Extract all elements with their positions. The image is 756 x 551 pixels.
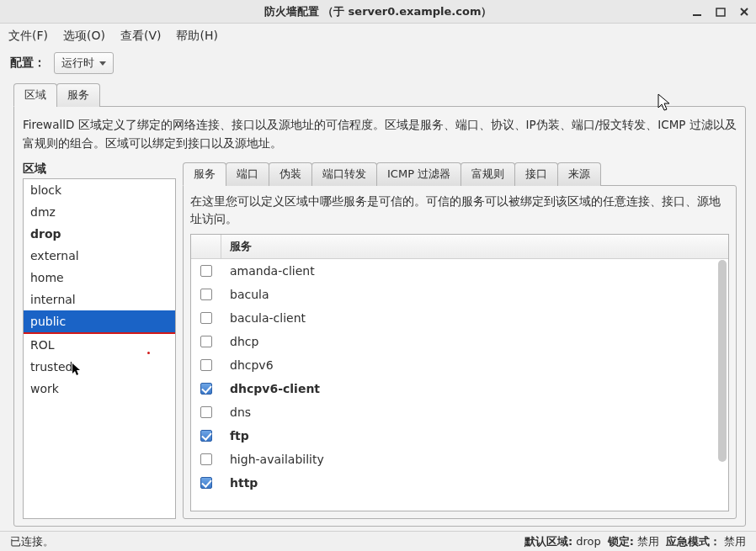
subtab-port-forward[interactable]: 端口转发 <box>311 162 377 186</box>
service-name: high-availability <box>221 453 728 466</box>
zone-item-trusted[interactable]: trusted <box>24 356 175 378</box>
service-name: amanda-client <box>221 264 728 278</box>
service-row-http[interactable]: http <box>191 471 728 495</box>
zone-list-label: 区域 <box>23 162 176 177</box>
service-row-dhcpv6[interactable]: dhcpv6 <box>191 353 728 377</box>
service-name: bacula <box>221 288 728 301</box>
menu-options[interactable]: 选项(O) <box>63 29 105 44</box>
zone-detail-column: 服务 端口 伪装 端口转发 ICMP 过滤器 富规则 接口 来源 在这里您可以定… <box>183 162 737 519</box>
service-row-dns[interactable]: dns <box>191 400 728 424</box>
subtab-masquerade[interactable]: 伪装 <box>269 162 312 186</box>
zone-item-dmz[interactable]: dmz <box>24 201 175 223</box>
zone-item-rol[interactable]: ROL <box>24 334 175 356</box>
service-name: bacula-client <box>221 311 728 325</box>
service-checkbox-dns[interactable] <box>200 406 212 418</box>
configuration-value: 运行时 <box>61 56 94 71</box>
service-checkbox-http[interactable] <box>200 477 212 489</box>
zone-item-home[interactable]: home <box>24 267 175 289</box>
menubar: 文件(F) 选项(O) 查看(V) 帮助(H) <box>0 24 756 49</box>
zone-item-drop[interactable]: drop <box>24 223 175 245</box>
zone-subtabs-bar: 服务 端口 伪装 端口转发 ICMP 过滤器 富规则 接口 来源 <box>183 162 737 185</box>
service-name: http <box>221 476 728 490</box>
zone-list[interactable]: blockdmzdropexternalhomeinternalpublicRO… <box>23 178 176 519</box>
zone-panel: FirewallD 区域定义了绑定的网络连接、接口以及源地址的可信程度。区域是服… <box>13 106 746 527</box>
zone-item-block[interactable]: block <box>24 179 175 201</box>
services-table-header: 服务 <box>191 235 728 259</box>
service-row-bacula-client[interactable]: bacula-client <box>191 306 728 330</box>
status-lockdown: 禁用 <box>637 534 659 549</box>
menu-view[interactable]: 查看(V) <box>120 29 162 44</box>
zone-description: FirewallD 区域定义了绑定的网络连接、接口以及源地址的可信程度。区域是服… <box>23 115 737 153</box>
services-name-column-header: 服务 <box>221 235 728 258</box>
subtab-icmp-filter[interactable]: ICMP 过滤器 <box>376 162 461 186</box>
subtab-ports[interactable]: 端口 <box>226 162 269 186</box>
service-row-dhcp[interactable]: dhcp <box>191 330 728 353</box>
subtab-interfaces[interactable]: 接口 <box>514 162 558 186</box>
service-name: dns <box>221 405 728 419</box>
services-check-column-header <box>191 235 221 258</box>
annotation-dot <box>147 352 150 354</box>
status-default-zone-label: 默认区域: <box>524 534 572 549</box>
status-panic-label: 应急模式： <box>666 534 721 549</box>
service-row-dhcpv6-client[interactable]: dhcpv6-client <box>191 377 728 400</box>
configuration-dropdown[interactable]: 运行时 <box>54 52 114 74</box>
zone-list-column: 区域 blockdmzdropexternalhomeinternalpubli… <box>23 162 176 519</box>
window-title: 防火墙配置 （于 server0.example.com） <box>0 4 756 19</box>
zone-item-public[interactable]: public <box>24 310 175 334</box>
service-checkbox-high-availability[interactable] <box>200 453 212 465</box>
window-titlebar: 防火墙配置 （于 server0.example.com） <box>0 0 756 24</box>
svg-rect-1 <box>716 8 725 16</box>
tab-service[interactable]: 服务 <box>56 83 100 107</box>
zone-columns: 区域 blockdmzdropexternalhomeinternalpubli… <box>23 162 737 519</box>
services-panel: 在这里您可以定义区域中哪些服务是可信的。可信的服务可以被绑定到该区域的任意连接、… <box>183 185 737 519</box>
service-name: dhcp <box>221 335 728 348</box>
subtab-rich-rules[interactable]: 富规则 <box>461 162 515 186</box>
main-tabview: 区域 服务 FirewallD 区域定义了绑定的网络连接、接口以及源地址的可信程… <box>13 82 746 527</box>
text-cursor-icon <box>71 362 81 379</box>
menu-file[interactable]: 文件(F) <box>8 29 48 44</box>
service-row-ftp[interactable]: ftp <box>191 424 728 448</box>
services-table-body[interactable]: amanda-clientbaculabacula-clientdhcpdhcp… <box>191 259 728 511</box>
menu-help[interactable]: 帮助(H) <box>176 29 217 44</box>
service-checkbox-bacula[interactable] <box>200 289 212 300</box>
subtab-sources[interactable]: 来源 <box>557 162 601 186</box>
service-checkbox-dhcp[interactable] <box>200 336 212 347</box>
status-panic: 禁用 <box>724 534 746 549</box>
service-name: dhcpv6 <box>221 358 728 372</box>
service-checkbox-bacula-client[interactable] <box>200 312 212 324</box>
maximize-icon[interactable] <box>714 5 727 19</box>
service-row-amanda-client[interactable]: amanda-client <box>191 259 728 283</box>
scrollbar-thumb[interactable] <box>718 260 727 462</box>
zone-item-internal[interactable]: internal <box>24 289 175 310</box>
main-tabs-bar: 区域 服务 <box>13 82 746 106</box>
services-table: 服务 amanda-clientbaculabacula-clientdhcpd… <box>190 234 729 511</box>
service-checkbox-dhcpv6-client[interactable] <box>200 383 212 395</box>
statusbar: 已连接。 默认区域: drop 锁定: 禁用 应急模式： 禁用 <box>0 531 756 551</box>
window-controls <box>690 5 751 19</box>
service-row-high-availability[interactable]: high-availability <box>191 448 728 471</box>
service-name: ftp <box>221 429 728 442</box>
chevron-down-icon <box>99 61 106 66</box>
zone-item-work[interactable]: work <box>24 378 175 400</box>
status-connected: 已连接。 <box>10 534 54 549</box>
status-default-zone: drop <box>576 535 601 548</box>
status-lockdown-label: 锁定: <box>608 534 634 549</box>
service-row-bacula[interactable]: bacula <box>191 283 728 306</box>
close-icon[interactable] <box>737 5 751 19</box>
service-checkbox-amanda-client[interactable] <box>200 265 212 277</box>
services-description: 在这里您可以定义区域中哪些服务是可信的。可信的服务可以被绑定到该区域的任意连接、… <box>190 193 729 229</box>
service-name: dhcpv6-client <box>221 382 728 395</box>
tab-zone[interactable]: 区域 <box>13 83 57 107</box>
subtab-services[interactable]: 服务 <box>183 162 226 186</box>
zone-item-external[interactable]: external <box>24 245 175 267</box>
configuration-row: 配置： 运行时 <box>0 49 756 82</box>
minimize-icon[interactable] <box>690 5 704 19</box>
configuration-label: 配置： <box>10 56 45 71</box>
service-checkbox-dhcpv6[interactable] <box>200 359 212 371</box>
service-checkbox-ftp[interactable] <box>200 430 212 442</box>
